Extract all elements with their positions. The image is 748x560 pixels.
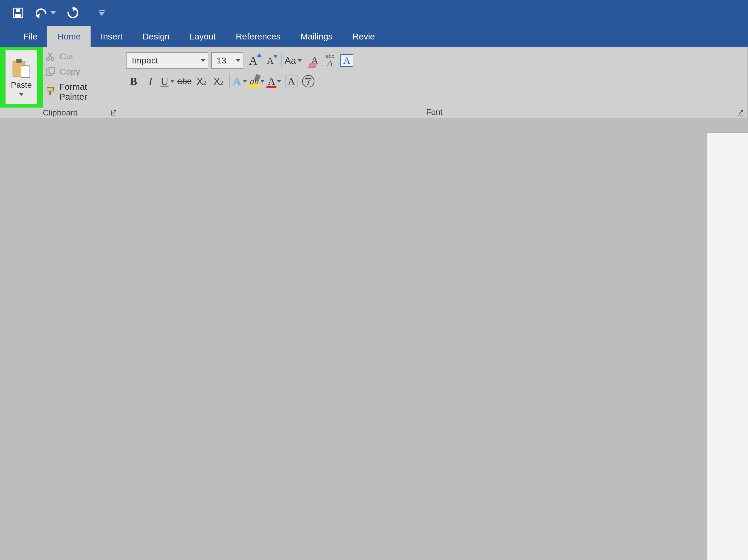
tab-insert[interactable]: Insert <box>91 26 132 47</box>
paste-button[interactable]: Paste <box>5 50 38 104</box>
font-name-combo[interactable]: Impact <box>126 52 208 69</box>
group-label-clipboard: Clipboard <box>43 108 78 117</box>
font-size-value: 13 <box>212 55 233 66</box>
tab-layout[interactable]: Layout <box>180 26 226 47</box>
change-case-button[interactable]: Aa <box>281 53 302 68</box>
highlight-dropdown-icon[interactable] <box>260 80 264 83</box>
save-icon[interactable] <box>12 7 24 19</box>
tab-review[interactable]: Revie <box>343 26 385 47</box>
strikethrough-button[interactable]: abc <box>177 74 191 88</box>
font-color-button[interactable]: A <box>267 74 281 88</box>
redo-icon[interactable] <box>66 6 79 19</box>
character-shading-icon: A <box>285 75 298 87</box>
tab-mailings[interactable]: Mailings <box>290 26 343 47</box>
undo-icon[interactable] <box>34 7 48 19</box>
document-page[interactable] <box>707 133 748 560</box>
svg-rect-6 <box>16 59 22 63</box>
paste-label: Paste <box>11 80 32 90</box>
svg-rect-1 <box>15 14 21 17</box>
format-painter-button[interactable]: Format Painter <box>46 82 115 102</box>
ribbon-tabs: File Home Insert Design Layout Reference… <box>0 26 748 47</box>
undo-dropdown-icon[interactable] <box>50 11 56 15</box>
customize-qat-icon[interactable] <box>98 10 106 16</box>
enclose-characters-button[interactable]: 字 <box>301 74 315 88</box>
underline-icon: U <box>160 75 168 88</box>
character-border-icon: A <box>341 54 353 67</box>
bold-icon: B <box>130 75 137 88</box>
copy-button[interactable]: Copy <box>46 67 115 76</box>
tab-file[interactable]: File <box>14 26 47 47</box>
format-painter-icon <box>46 87 55 97</box>
font-dialog-launcher-icon[interactable] <box>737 109 745 117</box>
change-case-dropdown-icon[interactable] <box>298 59 302 62</box>
svg-line-17 <box>739 111 743 114</box>
paste-dropdown-icon[interactable] <box>19 93 24 96</box>
clear-formatting-button[interactable]: A <box>306 53 320 68</box>
clipboard-dialog-launcher-icon[interactable] <box>110 109 118 117</box>
quick-access-toolbar <box>0 0 748 26</box>
paste-icon <box>11 58 31 78</box>
group-label-font: Font <box>426 108 442 117</box>
grow-font-button[interactable]: A <box>246 53 260 68</box>
svg-point-10 <box>46 57 49 61</box>
ribbon: Paste Cut <box>0 47 748 118</box>
bold-button[interactable]: B <box>126 74 141 88</box>
font-size-combo[interactable]: 13 <box>211 52 243 69</box>
shrink-font-button[interactable]: A <box>263 53 277 68</box>
font-color-dropdown-icon[interactable] <box>277 80 281 83</box>
tab-references[interactable]: References <box>226 26 290 47</box>
format-painter-label: Format Painter <box>59 82 115 102</box>
svg-rect-14 <box>47 88 53 91</box>
document-background <box>0 118 748 560</box>
strikethrough-icon: abc <box>177 76 191 86</box>
change-case-icon: Aa <box>285 55 296 66</box>
text-effects-dropdown-icon[interactable] <box>243 80 247 83</box>
clipboard-actions: Cut Copy <box>46 47 115 102</box>
cut-label: Cut <box>60 51 73 62</box>
group-font: Impact 13 A A Aa A <box>121 47 748 118</box>
text-effects-icon: A <box>233 74 241 88</box>
copy-label: Copy <box>60 67 80 76</box>
phonetic-guide-icon: abc A <box>326 53 334 68</box>
copy-icon <box>46 67 55 76</box>
grow-font-icon: A <box>249 54 258 68</box>
text-effects-button[interactable]: A <box>229 74 247 88</box>
underline-dropdown-icon[interactable] <box>170 80 174 83</box>
font-name-dropdown-icon[interactable] <box>198 59 208 62</box>
subscript-icon: X2 <box>196 76 206 87</box>
clear-formatting-icon: A <box>311 54 319 67</box>
svg-point-11 <box>51 57 54 61</box>
highlight-icon: ab <box>250 76 259 86</box>
svg-rect-7 <box>21 66 30 77</box>
undo-split-button[interactable] <box>34 7 56 19</box>
tab-design[interactable]: Design <box>132 26 180 47</box>
font-color-icon: A <box>267 75 275 87</box>
underline-button[interactable]: U <box>160 74 174 88</box>
paste-highlight: Paste <box>0 47 43 108</box>
character-shading-button[interactable]: A <box>284 74 298 88</box>
svg-rect-2 <box>16 9 20 12</box>
italic-button[interactable]: I <box>143 74 158 88</box>
cut-icon <box>46 51 55 62</box>
italic-icon: I <box>149 75 153 88</box>
svg-line-16 <box>113 111 116 114</box>
shrink-font-icon: A <box>267 55 274 66</box>
character-border-button[interactable]: A <box>340 53 354 68</box>
font-name-value: Impact <box>127 55 198 66</box>
highlight-button[interactable]: ab <box>250 74 264 88</box>
tab-home[interactable]: Home <box>47 26 91 47</box>
svg-rect-15 <box>49 91 51 95</box>
font-size-dropdown-icon[interactable] <box>233 59 243 62</box>
subscript-button[interactable]: X2 <box>194 74 208 88</box>
superscript-button[interactable]: X2 <box>211 74 225 88</box>
svg-rect-13 <box>49 67 54 74</box>
superscript-icon: X2 <box>213 76 223 87</box>
cut-button[interactable]: Cut <box>46 51 115 62</box>
enclose-characters-icon: 字 <box>302 75 314 87</box>
group-clipboard: Paste Cut <box>0 47 121 118</box>
phonetic-guide-button[interactable]: abc A <box>323 53 337 68</box>
